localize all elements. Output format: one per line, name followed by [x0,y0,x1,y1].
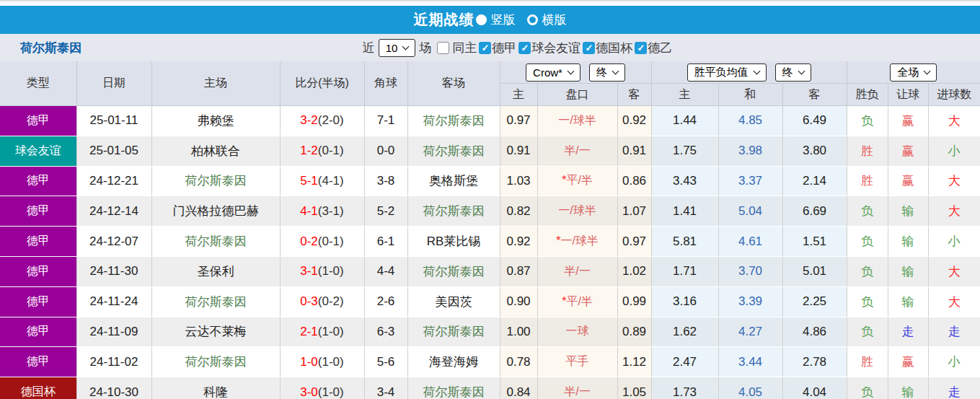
home-team: 弗赖堡 [151,106,280,136]
avg-home: 1.62 [651,317,718,347]
scope-select[interactable]: 全场 [890,63,937,82]
chevron-down-icon [924,68,931,75]
team-name: 荷尔斯泰因 [20,40,81,56]
corner-score: 5-6 [364,347,407,377]
league-label: 德国杯 [596,40,632,56]
layout-horizontal-label[interactable]: 横版 [542,12,567,28]
league-filter-item: ✓德国杯 [583,40,632,56]
result-goals: 走 [928,377,980,399]
home-team: 科隆 [151,377,280,399]
odds-away: 0.91 [617,136,651,166]
league-label: 球会友谊 [531,40,581,56]
avg-time-select[interactable]: 终 [775,63,811,82]
col-header-score: 比分(半场) [280,61,364,106]
away-team: 奥格斯堡 [407,166,500,196]
result-handicap: 赢 [888,166,928,196]
away-team: 海登海姆 [407,347,500,377]
home-team: 荷尔斯泰因 [151,227,280,257]
col-header-type: 类型 [0,61,76,106]
avg-type-select[interactable]: 胜平负均值 [687,63,767,82]
match-date: 24-11-09 [76,317,151,347]
title-bar: 近期战绩 竖版 横版 [0,6,980,34]
match-score: 2-1(1-0) [280,317,364,347]
league-type-badge: 德甲 [0,256,76,286]
avg-draw: 3.70 [718,256,782,286]
result-outcome: 负 [847,196,888,227]
avg-away: 3.80 [782,136,847,166]
match-row: 德甲24-12-14门兴格拉德巴赫4-1(3-1)5-2荷尔斯泰因0.82一/球… [0,196,980,227]
bookmaker-select[interactable]: Crow* [526,63,581,82]
result-goals: 大 [928,256,980,286]
odds-home: 0.90 [500,286,537,317]
league-checkbox[interactable]: ✓ [479,42,491,54]
col-header-home: 主场 [151,61,280,106]
odds-home: 0.78 [500,347,537,377]
layout-horizontal-radio[interactable] [527,14,538,25]
match-row: 德甲24-11-24荷尔斯泰因0-3(0-2)2-6美因茨0.90*平/半0.9… [0,286,980,317]
result-handicap: 赢 [888,136,928,166]
avg-away: 6.49 [782,106,847,136]
same-home-label: 同主 [452,40,477,56]
layout-vertical-label[interactable]: 竖版 [491,12,516,28]
league-label: 德乙 [648,40,672,56]
result-outcome: 负 [847,377,888,399]
avg-draw: 4.85 [718,106,782,136]
handicap: *一/球半 [537,227,617,257]
chevron-down-icon [567,68,574,75]
handicap: 一/球半 [537,106,617,136]
league-checkbox[interactable]: ✓ [635,42,647,54]
chevron-down-icon [402,43,410,51]
avg-home: 3.16 [651,286,718,317]
match-score: 1-2(0-1) [280,136,364,166]
league-filter-item: ✓德乙 [635,40,672,56]
handicap: 平手 [537,347,617,377]
recent-count-select[interactable]: 10 [379,39,416,57]
league-type-badge: 德甲 [0,347,76,377]
handicap: *平/半 [537,166,617,196]
result-outcome: 负 [847,256,888,286]
same-home-checkbox[interactable] [437,42,449,54]
match-score: 3-0(1-0) [280,377,364,399]
handicap: 一/球半 [537,196,617,227]
recent-results-table: 类型 日期 主场 比分(半场) 角球 客场 Crow* 终 胜平负均值 终 全场 [0,61,980,399]
result-handicap: 赢 [888,106,928,136]
avg-draw: 3.39 [718,286,782,317]
handicap: 半/一 [537,377,617,399]
result-outcome: 负 [847,286,888,317]
corner-score: 0-0 [364,136,407,166]
league-type-badge: 德甲 [0,106,76,136]
league-type-badge: 德甲 [0,227,76,257]
match-score: 3-2(2-0) [280,106,364,136]
avg-home: 3.43 [651,166,718,196]
avg-home: 1.41 [651,196,718,227]
match-date: 24-11-02 [76,347,151,377]
layout-vertical-radio[interactable] [476,14,487,25]
home-team: 荷尔斯泰因 [151,286,280,317]
result-outcome: 胜 [847,136,888,166]
avg-away: 4.86 [782,317,847,347]
chevron-down-icon [798,68,805,75]
avg-draw: 3.98 [718,136,782,166]
avg-draw: 3.44 [718,347,782,377]
result-handicap: 输 [888,227,928,257]
col-header-date: 日期 [76,61,151,106]
league-checkbox[interactable]: ✓ [583,42,595,54]
odds-away: 0.92 [617,106,651,136]
league-type-badge: 球会友谊 [0,136,76,166]
odds-group-header: Crow* 终 [500,61,651,84]
result-outcome: 负 [847,227,888,257]
match-score: 0-3(0-2) [280,286,364,317]
filter-bar: 荷尔斯泰因 近 10 场 同主 ✓德甲✓球会友谊✓德国杯✓德乙 [0,34,980,61]
match-date: 24-12-21 [76,166,151,196]
odds-away: 1.07 [617,196,651,227]
match-date: 24-12-07 [76,227,151,257]
avg-away: 5.01 [782,256,847,286]
avg-home: 5.81 [651,227,718,257]
col-header-outcome: 胜负 [847,84,888,106]
match-date: 24-10-30 [76,377,151,399]
odds-home: 1.00 [500,317,537,347]
league-checkbox[interactable]: ✓ [518,42,531,54]
odds-time-select[interactable]: 终 [589,63,625,82]
result-outcome: 胜 [847,166,888,196]
corner-score: 4-4 [364,256,407,286]
